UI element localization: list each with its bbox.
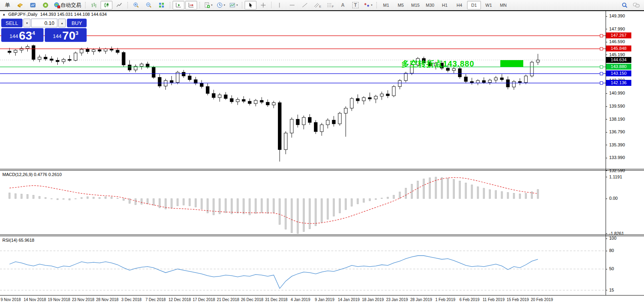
search-button[interactable] xyxy=(619,1,631,9)
terminal-chart-icon xyxy=(30,2,36,8)
pane-splitter[interactable] xyxy=(0,169,644,169)
chat-button[interactable] xyxy=(631,1,642,9)
autotrading-button[interactable]: 自动交易 xyxy=(52,1,83,9)
candlestick-chart-button[interactable] xyxy=(101,1,112,9)
macd-bar xyxy=(405,188,407,199)
toolbar-grip xyxy=(85,2,85,8)
arrows-icon xyxy=(364,2,370,8)
date-label: 14 Jan 2019 xyxy=(338,297,359,302)
tf-button-M15[interactable]: M15 xyxy=(408,1,422,9)
candle xyxy=(524,76,528,82)
sell-price-button[interactable]: 144 63 4 xyxy=(1,28,44,42)
collapse-arrow-icon[interactable]: ▲ xyxy=(2,13,6,16)
vertical-line-tool-button[interactable] xyxy=(274,1,285,9)
macd-bar xyxy=(303,199,304,231)
label-tool-button[interactable]: T xyxy=(350,1,361,9)
candle xyxy=(50,59,53,60)
macd-bar xyxy=(267,199,268,214)
macd-bar xyxy=(225,199,226,213)
tf-button-M5[interactable]: M5 xyxy=(394,1,408,9)
date-label: 6 Feb 2019 xyxy=(460,297,480,302)
tf-button-H1[interactable]: H1 xyxy=(438,1,452,9)
market-watch-button[interactable] xyxy=(14,1,26,9)
macd-bar xyxy=(447,178,448,199)
tf-button-H4[interactable]: H4 xyxy=(452,1,466,9)
axis-tick-mark xyxy=(606,233,607,234)
macd-bar xyxy=(273,199,274,213)
volume-input[interactable] xyxy=(31,19,57,27)
annotation-text[interactable]: 多空转折点143.880 xyxy=(401,59,474,69)
terminal-button[interactable] xyxy=(27,1,39,9)
indicators-button[interactable]: ▾ xyxy=(202,1,214,9)
pane-splitter[interactable] xyxy=(0,170,644,170)
tf-button-D1[interactable]: D1 xyxy=(467,1,481,9)
hline-anchor[interactable] xyxy=(600,66,603,68)
volume-up-button[interactable]: ▲ xyxy=(58,19,66,27)
pane-splitter[interactable] xyxy=(0,236,644,236)
text-tool-button[interactable]: A xyxy=(337,1,349,9)
axis-tick-mark xyxy=(606,239,607,239)
zoom-in-button[interactable] xyxy=(130,1,142,9)
periods-button[interactable]: ▾ xyxy=(215,1,227,9)
date-label: 21 Dec 2018 xyxy=(217,297,239,302)
hline-anchor[interactable] xyxy=(600,72,603,75)
macd-bar xyxy=(537,189,539,199)
equidistant-channel-button[interactable]: E xyxy=(312,1,323,9)
trendline-tool-button[interactable] xyxy=(299,1,311,9)
candle xyxy=(122,53,125,65)
green-highlight-rect[interactable] xyxy=(500,60,523,67)
sell-button[interactable]: SELL xyxy=(1,19,23,27)
candle xyxy=(464,77,467,81)
tile-windows-button[interactable] xyxy=(156,1,167,9)
level-label: 143.150 xyxy=(606,70,631,76)
macd-bar xyxy=(297,199,298,234)
buy-price-sup: 3 xyxy=(76,30,78,36)
hline-anchor[interactable] xyxy=(600,47,603,50)
arrows-tool-button[interactable]: ▾ xyxy=(362,1,374,9)
chart-shift-button[interactable] xyxy=(185,1,197,9)
templates-button[interactable]: ▾ xyxy=(228,1,239,9)
candle xyxy=(488,80,492,82)
tf-button-M30[interactable]: M30 xyxy=(423,1,437,9)
hline-anchor[interactable] xyxy=(600,34,603,37)
bar-chart-button[interactable] xyxy=(88,1,100,9)
tf-button-M1[interactable]: M1 xyxy=(379,1,393,9)
candlestick-icon xyxy=(103,2,110,8)
tf-button-MN[interactable]: MN xyxy=(496,1,510,9)
price-tick: 140.990 xyxy=(609,91,625,95)
line-chart-button[interactable] xyxy=(113,1,125,9)
candle xyxy=(164,81,167,86)
macd-bar xyxy=(177,199,179,206)
add-indicator-icon xyxy=(204,2,210,8)
buy-button[interactable]: BUY xyxy=(67,19,87,27)
auto-scroll-button[interactable] xyxy=(173,1,184,9)
zoom-out-button[interactable] xyxy=(143,1,155,9)
chart-canvas[interactable] xyxy=(0,0,644,305)
axis-tick-mark xyxy=(606,170,607,171)
pane-splitter[interactable] xyxy=(0,235,644,235)
volume-down-button[interactable]: ▼ xyxy=(23,19,31,27)
hline-anchor[interactable] xyxy=(600,81,603,84)
horizontal-line-tool-button[interactable] xyxy=(286,1,298,9)
crosshair-button[interactable] xyxy=(257,1,269,9)
label-letter: T xyxy=(352,2,358,8)
cursor-button[interactable] xyxy=(245,1,256,9)
axis-tick-mark xyxy=(606,269,607,269)
axis-tick-mark xyxy=(606,119,607,119)
price-tick: 146.590 xyxy=(609,39,625,44)
date-label: 12 Dec 2018 xyxy=(169,297,191,302)
level-label: 142.136 xyxy=(606,80,631,86)
candle xyxy=(218,95,221,98)
candle xyxy=(296,119,299,125)
candle xyxy=(38,57,41,59)
fibonacci-tool-button[interactable]: F xyxy=(324,1,336,9)
new-order-button[interactable]: 单 xyxy=(2,1,13,9)
macd-bar xyxy=(243,199,245,214)
vertical-line-icon xyxy=(276,2,283,8)
price-axis[interactable]: 149.390147.990146.590145.190143.790142.3… xyxy=(606,0,644,305)
navigator-button[interactable] xyxy=(40,1,51,9)
macd-bar xyxy=(51,199,52,199)
tf-button-W1[interactable]: W1 xyxy=(482,1,496,9)
buy-price-button[interactable]: 144 70 3 xyxy=(45,28,87,42)
ohlc-values: 144.393 145.031 144.108 144.634 xyxy=(40,12,106,17)
